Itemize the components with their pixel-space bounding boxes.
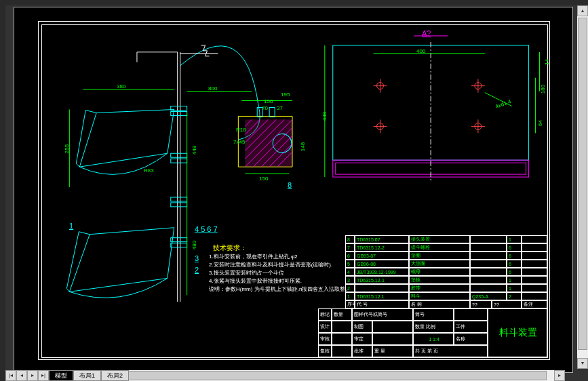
bom-hdr-3: 名 称: [409, 300, 470, 308]
dim-380: 380: [117, 83, 125, 89]
cad-viewport: A? 380 255 R83 800 448 480 150 195 70 37…: [0, 0, 588, 381]
bom-r3-no: 3: [345, 276, 355, 284]
bom-r5-qty: 6: [507, 260, 522, 268]
tab-layout1[interactable]: 布局1: [73, 370, 101, 381]
bom-r4-code: JB/T3928.12-1999: [355, 268, 409, 276]
bom-r8-rem: [522, 235, 547, 243]
notes-title: 技术要求：: [213, 243, 247, 253]
ruler-horizontal: [0, 0, 588, 5]
note-3: 3.接头装置安装时约占一个斗位: [209, 269, 347, 277]
bom-hdr-1: 序号: [345, 300, 355, 308]
drawing-frame-inner: A? 380 255 R83 800 448 480 150 195 70 37…: [41, 24, 548, 358]
drawing-title: 料斗装置: [488, 308, 547, 357]
scroll-thumb-v[interactable]: [578, 18, 587, 350]
bom-r5-no: 5: [345, 260, 355, 268]
dim-150b: 150: [259, 176, 268, 182]
bom-r1-name: 料斗: [409, 292, 470, 300]
scrollbar-vertical[interactable]: ▴ ▾: [577, 5, 588, 369]
section-marker: A?: [422, 29, 431, 37]
bom-hdr-4: ??: [470, 300, 492, 308]
svg-rect-6: [171, 197, 187, 201]
bom-r3-name: 垫板: [409, 276, 470, 284]
drawing-frame-outer: A? 380 255 R83 800 448 480 150 195 70 37…: [38, 21, 550, 360]
bom-r1-no: 1: [345, 292, 355, 300]
bom-hdr-2: 代 号: [355, 300, 409, 308]
svg-rect-9: [171, 243, 187, 247]
tb-f12: 名称: [454, 333, 488, 345]
note-5: 说明：参数H(mm) 为斗提机上下轴距.n按四舍五入法取整.: [209, 285, 347, 294]
bom-r6-qty: 6: [507, 252, 522, 260]
tb-f13: 复核: [318, 345, 332, 357]
bom-r4-no: 4: [345, 268, 355, 276]
dim-70: 70: [262, 105, 268, 111]
bom-r1-code: TD6315.12.1: [355, 292, 409, 300]
tab-prev-icon[interactable]: ◂: [16, 370, 27, 381]
bom-r8-qty: 1: [507, 235, 522, 243]
tb-f15: 重 量: [372, 345, 413, 357]
tb-f11: 1 1:4: [413, 333, 454, 345]
svg-rect-20: [269, 108, 275, 117]
bom-r7-name: 提斗螺栓: [409, 243, 470, 252]
bom-r8-code: TD6315.07: [355, 235, 409, 243]
bom-r2-name: 胶带: [409, 284, 470, 292]
bom-r8-mat: [470, 235, 507, 243]
tb-f9: 审核: [318, 333, 332, 345]
bom-r8-name: 接头装置: [409, 235, 470, 243]
tab-last-icon[interactable]: ▸|: [38, 370, 49, 381]
title-block: 标记 数量 图样代号或简号 简号 设计 制图 数量 比例 工件 审核 审定 1: [318, 308, 547, 357]
tb-f4: 简号: [413, 308, 454, 321]
tab-next-icon[interactable]: ▸: [27, 370, 38, 381]
leader-2: 2: [195, 266, 199, 274]
svg-rect-7: [171, 203, 187, 207]
tab-first-icon[interactable]: |◂: [5, 370, 16, 381]
tb-f2: 数量: [332, 308, 352, 321]
bom-r2-qty: 1: [507, 284, 522, 292]
bom-r2-mat: [470, 284, 507, 292]
bom-r2-code: [355, 284, 409, 292]
dim-14: 14: [544, 59, 550, 65]
note-2: 2.安装时注意检查料斗及料斗提斗是否变形(运输时).: [209, 261, 347, 269]
leader-1: 1: [69, 222, 73, 230]
note-1: 1.料斗安装前，现在牵引件上钻孔 φ2: [209, 253, 347, 261]
bom-hdr-6: 备注: [522, 300, 547, 308]
tb-f1: 标记: [318, 308, 332, 321]
bom-r3-code: TD6315.12-1: [355, 276, 409, 284]
dim-800: 800: [208, 85, 217, 92]
drawing-canvas[interactable]: A? 380 255 R83 800 448 480 150 195 70 37…: [14, 7, 573, 373]
tb-f6: 制图: [352, 321, 372, 333]
bom-r6-no: 6: [345, 252, 355, 260]
dim-448r: 448: [321, 112, 328, 121]
dim-448l: 448: [191, 146, 197, 155]
tb-f16: 共 页 第 页: [413, 345, 488, 357]
bom-r2-no: 2: [345, 284, 355, 292]
bom-r7-no: 7: [345, 243, 355, 252]
tb-f5: 设计: [318, 321, 332, 333]
tech-notes: 1.料斗安装前，现在牵引件上钻孔 φ2 2.安装时注意检查料斗及料斗提斗是否变形…: [209, 253, 347, 294]
tb-f7: 数量 比例: [413, 321, 454, 333]
dim-480: 480: [191, 241, 197, 249]
scroll-down-icon[interactable]: ▾: [577, 358, 588, 369]
dim-148: 148: [300, 142, 306, 151]
dim-64: 64: [537, 120, 543, 126]
leader-4567: 4 5 6 7: [195, 225, 218, 233]
dim-400: 400: [416, 48, 425, 54]
tb-f14: 批准: [352, 345, 372, 357]
tab-model[interactable]: 模型: [49, 370, 73, 381]
bom-r7-qty: 6: [507, 243, 522, 252]
dim-R18: R18: [236, 127, 246, 133]
leader-3: 3: [195, 254, 199, 262]
bom-r5-name: 大垫圈: [409, 260, 470, 268]
scroll-right-icon[interactable]: ▸: [554, 370, 565, 381]
bom-table: 8 TD6315.07 接头装置 1 7 TD6315.12-2 提斗螺栓 6 …: [345, 235, 547, 308]
bom-r6-code: GB93-87: [355, 252, 409, 260]
scroll-up-icon[interactable]: ▴: [577, 5, 588, 16]
bom-r1-qty: 2: [507, 292, 522, 300]
svg-rect-5: [171, 159, 187, 163]
tab-layout2[interactable]: 布局2: [101, 370, 129, 381]
bom-r5-code: GB96-88: [355, 260, 409, 268]
tb-f10: 审定: [352, 333, 372, 345]
dim-195: 195: [281, 92, 290, 98]
bom-r7-code: TD6315.12-2: [355, 243, 409, 252]
bom-r6-name: 垫圈: [409, 252, 470, 260]
dim-37: 37: [277, 105, 283, 111]
